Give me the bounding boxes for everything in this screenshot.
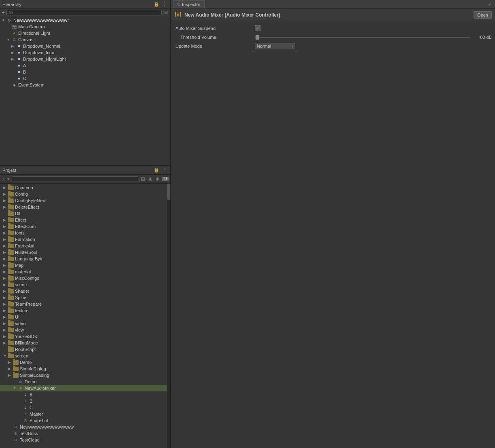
hierarchy-item-directional-light[interactable]: ✦ Directional Light — [0, 30, 170, 36]
hierarchy-item-b[interactable]: ■ B — [0, 69, 170, 75]
folder-fonts[interactable]: ▶ fonts — [0, 230, 170, 236]
folder-rootscript[interactable]: ▶ RootScript — [0, 346, 170, 353]
hierarchy-item-a[interactable]: ■ A — [0, 62, 170, 69]
svg-point-3 — [175, 13, 176, 14]
hierarchy-scene-root[interactable]: ▼ ⊙ Newwwwwwwwwwwwwww* — [0, 17, 170, 23]
hierarchy-search-icon[interactable]: ⊞ — [163, 9, 169, 15]
folder-effect[interactable]: ▶ Effect — [0, 217, 170, 223]
inspector-header: ⧉ Inspector ⤢ — [171, 0, 495, 9]
folder-simpledialog[interactable]: ▶ SimpleDialog — [0, 366, 170, 372]
hierarchy-lock-icon[interactable]: 🔒 — [153, 1, 160, 7]
hierarchy-add-button[interactable]: + — [2, 9, 5, 15]
folder-map[interactable]: ▶ Map — [0, 262, 170, 268]
inspector-content: Auto Mixer Suspend ✓ Threshold Volume -8… — [171, 21, 495, 448]
folder-miscconfigs[interactable]: ▶ MiscConfigs — [0, 275, 170, 281]
project-icon-3[interactable]: ⊕ — [155, 176, 160, 182]
inspector-dropdown-update-mode[interactable]: Normal ▾ — [255, 43, 295, 49]
folder-material[interactable]: ▶ material — [0, 268, 170, 275]
hierarchy-label-dropdown-highlight: Dropdown_HightLight — [23, 57, 66, 61]
project-lock-icon[interactable]: 🔒 — [153, 167, 160, 173]
hierarchy-more-icon[interactable]: ⋮ — [162, 1, 168, 7]
hierarchy-label-main-camera: Main Camera — [18, 24, 45, 29]
inspector-label-threshold-volume: Threshold Volume — [174, 35, 255, 40]
mixer-channel-c[interactable]: ▶ ♩ C — [0, 404, 170, 411]
project-add-button[interactable]: + — [2, 176, 5, 182]
file-demo2[interactable]: ▶ ⊙ Demo — [0, 378, 170, 385]
folder-video[interactable]: ▶ video — [0, 320, 170, 327]
project-scrollbar-thumb[interactable] — [167, 184, 170, 200]
mixer-channel-master[interactable]: ▶ ♩ Master — [0, 411, 170, 417]
folder-label-dll: Dll — [15, 211, 20, 216]
inspector-checkbox-auto-mixer-suspend[interactable]: ✓ — [255, 25, 260, 31]
project-scrollbar-track[interactable] — [167, 184, 170, 448]
file-testcloud[interactable]: ▶ ⊙ TestCloud — [0, 437, 170, 443]
folder-billingmode[interactable]: ▶ BillingMode — [0, 340, 170, 346]
folder-dll[interactable]: ▶ Dll — [0, 210, 170, 217]
project-icon-2[interactable]: ◉ — [148, 176, 153, 182]
mixer-snapshot[interactable]: ▶ ◎ Snapshot — [0, 417, 170, 424]
project-panel: Project 🔒 ⋮ + ▾ ⊞ ◉ ⊕ 11 ▶ — [0, 166, 170, 448]
folder-languagebyte[interactable]: ▶ LanguageByte — [0, 256, 170, 262]
hierarchy-item-dropdown-highlight[interactable]: ▶ ■ Dropdown_HightLight — [0, 56, 170, 62]
hierarchy-label-canvas: Canvas — [18, 37, 33, 42]
file-testboss[interactable]: ▶ ⊙ TestBoss — [0, 430, 170, 437]
hierarchy-item-canvas[interactable]: ▼ □ Canvas — [0, 36, 170, 43]
hierarchy-label-b: B — [23, 70, 26, 74]
file-label-demo2: Demo — [25, 379, 36, 384]
folder-label-spine: Spine — [15, 295, 26, 300]
folder-deleteeffect[interactable]: ▶ DeleteEffect — [0, 204, 170, 210]
folder-config[interactable]: ▶ Config — [0, 191, 170, 197]
folder-teamprepare[interactable]: ▶ TeamPrepare — [0, 301, 170, 307]
folder-view[interactable]: ▶ view — [0, 327, 170, 333]
folder-label-ui: UI — [15, 315, 19, 319]
folder-huntersoul[interactable]: ▶ HunterSoul — [0, 249, 170, 256]
hierarchy-label-c: C — [23, 76, 26, 81]
inspector-maximize-icon[interactable]: ⤢ — [487, 1, 493, 7]
folder-frameani[interactable]: ▶ FrameAni — [0, 243, 170, 249]
hierarchy-item-dropdown-normal[interactable]: ▶ ■ Dropdown_Normal — [0, 43, 170, 49]
folder-label-configbytenew: ConfigByteNew — [15, 198, 46, 203]
hierarchy-label-a: A — [23, 63, 26, 68]
folder-scene[interactable]: ▶ scene — [0, 281, 170, 288]
folder-simpleloading[interactable]: ▶ SimpleLoading — [0, 372, 170, 378]
folder-spine[interactable]: ▶ Spine — [0, 294, 170, 301]
project-icon-1[interactable]: ⊞ — [140, 175, 146, 182]
hierarchy-item-eventsystem[interactable]: ◈ EventSystem — [0, 82, 170, 88]
inspector-title: New Audio Mixer (Audio Mixer Controller) — [184, 12, 280, 18]
folder-configbytenew[interactable]: ▶ ConfigByteNew — [0, 197, 170, 204]
inspector-open-button[interactable]: Open — [474, 11, 492, 19]
folder-label-config: Config — [15, 192, 28, 197]
mixer-channel-b[interactable]: ▶ ♩ B — [0, 398, 170, 404]
project-content: ▶ Common ▶ Config ▶ ConfigByteNew — [0, 184, 170, 448]
inspector-tab[interactable]: ⧉ Inspector — [173, 0, 205, 8]
mixer-channel-a[interactable]: ▶ ♩ A — [0, 391, 170, 398]
hierarchy-search-input[interactable] — [6, 10, 162, 15]
project-more-icon[interactable]: ⋮ — [162, 167, 168, 173]
inspector-slider-threshold-volume[interactable]: -80 dB — [255, 35, 492, 40]
folder-demo[interactable]: ▶ Demo — [0, 359, 170, 366]
folder-effectcom[interactable]: ▶ EffectCom — [0, 223, 170, 230]
inspector-row-auto-mixer-suspend: Auto Mixer Suspend ✓ — [174, 24, 492, 32]
project-search-input[interactable] — [12, 176, 138, 182]
hierarchy-item-dropdown-icon[interactable]: ▶ ■ Dropdown_Icon — [0, 49, 170, 56]
folder-formation[interactable]: ▶ Formation — [0, 236, 170, 243]
folder-texture[interactable]: ▶ texture — [0, 307, 170, 314]
folder-label-huntersoul: HunterSoul — [15, 250, 37, 255]
hierarchy-panel: Hierarchy 🔒 ⋮ + ⊞ ▼ ⊙ Newwwwwwwwwwwwwww* — [0, 0, 170, 166]
folder-ui[interactable]: ▶ UI — [0, 314, 170, 320]
hierarchy-item-c[interactable]: ■ C — [0, 75, 170, 82]
inspector-label-update-mode: Update Mode — [174, 44, 255, 49]
folder-label-common: Common — [15, 185, 33, 190]
hierarchy-item-main-camera[interactable]: 📷 Main Camera — [0, 23, 170, 30]
file-newaudiomixer[interactable]: ▼ ♯ NewAudioMixer — [0, 385, 170, 391]
folder-common[interactable]: ▶ Common — [0, 184, 170, 191]
folder-youkiasdk[interactable]: ▶ YoukiaSDK — [0, 333, 170, 340]
folder-label-video: video — [15, 321, 25, 326]
file-newwww[interactable]: ▶ ⊙ Newwwwwwwwwwwwwww — [0, 424, 170, 430]
folder-screen[interactable]: ▼ screen — [0, 353, 170, 359]
project-dropdown-arrow[interactable]: ▾ — [6, 177, 10, 182]
folder-label-teamprepare: TeamPrepare — [15, 302, 42, 306]
svg-point-4 — [177, 14, 179, 16]
folder-shader[interactable]: ▶ Shader — [0, 288, 170, 294]
hierarchy-label-dropdown-icon: Dropdown_Icon — [23, 50, 54, 55]
